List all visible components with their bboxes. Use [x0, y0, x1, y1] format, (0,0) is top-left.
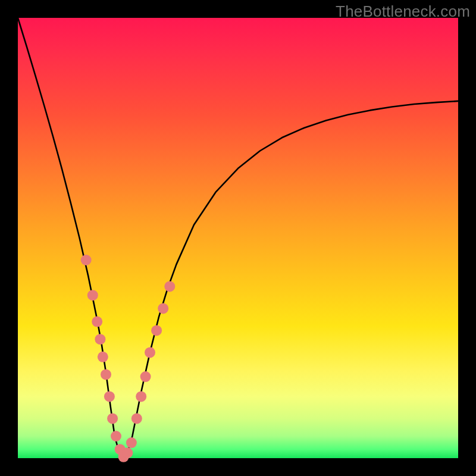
data-point: [140, 371, 151, 382]
data-point: [101, 369, 111, 380]
data-point: [126, 437, 137, 448]
data-point: [158, 303, 168, 314]
data-point: [87, 290, 98, 300]
chart-overlay-svg: [0, 0, 476, 476]
data-point: [145, 347, 155, 358]
data-point: [111, 431, 121, 441]
data-point: [92, 317, 102, 327]
data-point: [136, 391, 146, 402]
data-point: [95, 334, 105, 345]
bottleneck-curve-path: [18, 18, 458, 458]
chart-data-points: [81, 255, 176, 462]
data-point: [81, 255, 92, 265]
data-point: [122, 447, 133, 458]
data-point: [151, 325, 162, 336]
watermark-text: TheBottleneck.com: [336, 2, 470, 21]
data-point: [131, 413, 142, 424]
data-point: [107, 413, 118, 424]
chart-frame: TheBottleneck.com: [0, 0, 476, 476]
data-point: [104, 391, 115, 402]
data-point: [98, 352, 108, 362]
data-point: [164, 281, 175, 292]
chart-curve: [18, 18, 458, 458]
